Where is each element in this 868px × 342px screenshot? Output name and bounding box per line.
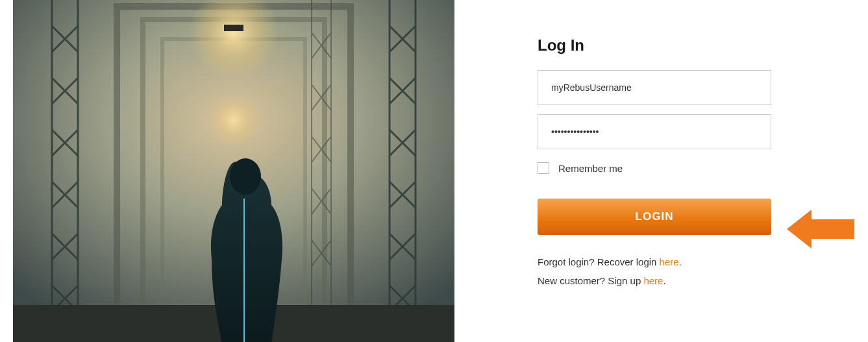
svg-marker-50 <box>787 210 854 249</box>
signup-prefix: New customer? Sign up <box>538 275 643 286</box>
signup-link[interactable]: here <box>643 275 663 286</box>
svg-rect-45 <box>224 25 243 31</box>
recover-login-link[interactable]: here <box>660 256 679 267</box>
svg-point-46 <box>208 94 260 146</box>
signup-text: New customer? Sign up here. <box>538 272 771 291</box>
login-button[interactable]: LOGIN <box>538 199 771 235</box>
hero-image <box>13 0 454 342</box>
forgot-login-text: Forgot login? Recover login here. <box>538 253 771 272</box>
password-input[interactable] <box>538 114 771 149</box>
help-text: Forgot login? Recover login here. New cu… <box>538 253 771 290</box>
svg-point-48 <box>230 158 261 195</box>
remember-label: Remember me <box>558 163 623 174</box>
remember-checkbox[interactable] <box>538 162 549 174</box>
login-title: Log In <box>538 36 868 55</box>
remember-row: Remember me <box>538 162 771 174</box>
username-input[interactable] <box>538 70 771 105</box>
login-form: Remember me LOGIN Forgot login? Recover … <box>538 70 771 290</box>
annotation-arrow-icon <box>787 210 854 249</box>
forgot-prefix: Forgot login? Recover login <box>538 256 660 267</box>
signup-suffix: . <box>663 275 665 286</box>
forgot-suffix: . <box>679 256 682 267</box>
login-panel: Log In Remember me LOGIN Forgot login? R… <box>454 0 868 342</box>
